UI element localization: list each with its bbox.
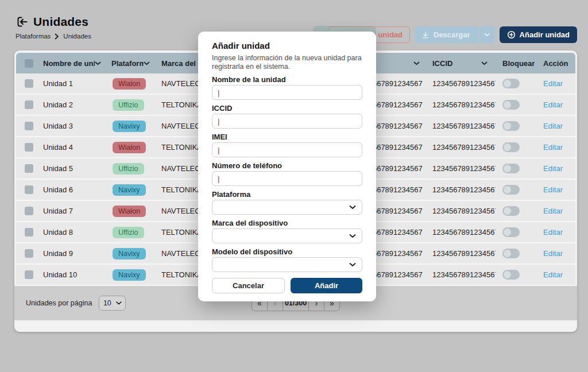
unit-name: Unidad 4 <box>43 143 109 152</box>
iccid-value: 1234567891234567 <box>428 185 496 194</box>
text-input[interactable]: | <box>212 85 362 100</box>
field-label: Nombre de la unidad <box>212 75 362 84</box>
block-toggle[interactable] <box>502 185 520 195</box>
platform-badge: Wialon <box>113 142 146 153</box>
row-checkbox[interactable] <box>25 207 33 215</box>
field-label: Modelo del dispositivo <box>212 247 362 256</box>
field-label: Número de teléfono <box>212 161 362 170</box>
unit-name: Unidad 3 <box>43 122 109 130</box>
download-icon <box>421 31 430 39</box>
text-input[interactable]: | <box>212 114 362 129</box>
edit-link[interactable]: Editar <box>543 207 563 215</box>
page-title: Unidades <box>33 15 88 29</box>
row-checkbox[interactable] <box>25 164 33 173</box>
plus-circle-icon <box>507 30 516 39</box>
back-icon[interactable] <box>16 16 28 28</box>
row-checkbox[interactable] <box>25 270 33 279</box>
add-unit-button[interactable]: Añadir unidad <box>500 26 577 43</box>
page-header: Unidades Plataformas Unidades <box>16 15 91 40</box>
iccid-value: 1234567891234567 <box>428 249 496 258</box>
sort-chevron-icon <box>95 61 101 65</box>
chevron-right-icon <box>55 33 59 40</box>
iccid-value: 1234567891234567 <box>428 207 496 215</box>
platform-badge: Navixy <box>113 248 146 259</box>
block-toggle[interactable] <box>502 100 520 110</box>
row-checkbox[interactable] <box>25 79 33 88</box>
column-header-platform[interactable]: Plataforma <box>109 59 158 68</box>
iccid-value: 1234567891234567 <box>428 100 496 109</box>
column-header-block: Bloquear <box>496 59 543 68</box>
text-input[interactable]: | <box>212 171 362 186</box>
text-input[interactable]: | <box>212 142 362 157</box>
select-input[interactable] <box>212 257 362 272</box>
edit-link[interactable]: Editar <box>543 270 563 279</box>
select-all-checkbox[interactable] <box>25 59 33 68</box>
per-page-control: Unidades por página 10 <box>14 296 126 311</box>
unit-name: Unidad 8 <box>43 228 109 237</box>
row-checkbox[interactable] <box>25 228 33 237</box>
field-label: Plataforma <box>212 190 362 199</box>
field-label: Marca del dispositivo <box>212 219 362 227</box>
app-root: Unidades Plataformas Unidades Eliminar u… <box>0 0 588 372</box>
sort-chevron-icon <box>413 61 420 65</box>
unit-name: Unidad 7 <box>43 207 109 215</box>
modal-actions: Cancelar Añadir <box>212 278 362 293</box>
modal-field: ICCID| <box>212 104 362 129</box>
block-toggle[interactable] <box>502 206 520 216</box>
column-header-iccid[interactable]: ICCID <box>428 59 496 68</box>
unit-name: Unidad 5 <box>43 164 109 173</box>
iccid-value: 1234567891234567 <box>428 143 496 152</box>
modal-field: Modelo del dispositivo <box>212 247 362 272</box>
edit-link[interactable]: Editar <box>543 143 563 152</box>
modal-fields: Nombre de la unidad|ICCID|IMEI|Número de… <box>212 75 362 272</box>
block-toggle[interactable] <box>502 121 520 131</box>
platform-badge: Uffizio <box>113 163 144 175</box>
platform-badge: Wialon <box>113 78 146 90</box>
submit-button[interactable]: Añadir <box>291 278 362 293</box>
row-checkbox[interactable] <box>25 143 33 152</box>
row-checkbox[interactable] <box>25 185 33 194</box>
platform-badge: Navixy <box>113 269 146 281</box>
modal-field: Número de teléfono| <box>212 161 362 186</box>
breadcrumb-plataformas[interactable]: Plataformas <box>16 33 51 40</box>
platform-badge: Navixy <box>113 184 146 196</box>
edit-link[interactable]: Editar <box>543 249 563 258</box>
field-label: ICCID <box>212 104 362 113</box>
sort-chevron-icon <box>481 61 488 65</box>
download-button[interactable]: Descargar <box>415 26 478 43</box>
column-header-name[interactable]: Nombre de unidad <box>43 59 109 68</box>
iccid-value: 1234567891234567 <box>428 164 496 173</box>
modal-title: Añadir unidad <box>212 41 362 51</box>
iccid-value: 1234567891234567 <box>428 228 496 237</box>
edit-link[interactable]: Editar <box>543 228 563 237</box>
modal-field: Marca del dispositivo <box>212 219 362 243</box>
modal-subtitle: Ingrese la información de la nueva unida… <box>212 54 365 71</box>
block-toggle[interactable] <box>502 79 520 88</box>
platform-badge: Navixy <box>113 121 146 132</box>
block-toggle[interactable] <box>502 164 520 173</box>
download-menu-button[interactable] <box>479 26 495 43</box>
block-toggle[interactable] <box>502 270 520 280</box>
row-checkbox[interactable] <box>25 249 33 258</box>
per-page-select[interactable]: 10 <box>99 296 126 311</box>
row-checkbox[interactable] <box>25 100 33 109</box>
block-toggle[interactable] <box>502 249 520 258</box>
chevron-down-icon <box>349 263 356 267</box>
edit-link[interactable]: Editar <box>543 122 563 130</box>
edit-link[interactable]: Editar <box>543 164 563 173</box>
cancel-button[interactable]: Cancelar <box>212 278 285 293</box>
select-input[interactable] <box>212 200 362 215</box>
row-checkbox[interactable] <box>25 122 33 130</box>
edit-link[interactable]: Editar <box>543 100 563 109</box>
modal-field: IMEI| <box>212 133 362 157</box>
edit-link[interactable]: Editar <box>543 185 563 194</box>
add-unit-modal: Añadir unidad Ingrese la información de … <box>198 32 376 301</box>
block-toggle[interactable] <box>502 142 520 152</box>
platform-badge: Uffizio <box>113 99 144 111</box>
modal-field: Nombre de la unidad| <box>212 75 362 100</box>
block-toggle[interactable] <box>502 227 520 237</box>
unit-name: Unidad 10 <box>43 270 109 279</box>
select-input[interactable] <box>212 228 362 243</box>
edit-link[interactable]: Editar <box>543 79 563 88</box>
column-header-action: Acción <box>543 59 576 68</box>
